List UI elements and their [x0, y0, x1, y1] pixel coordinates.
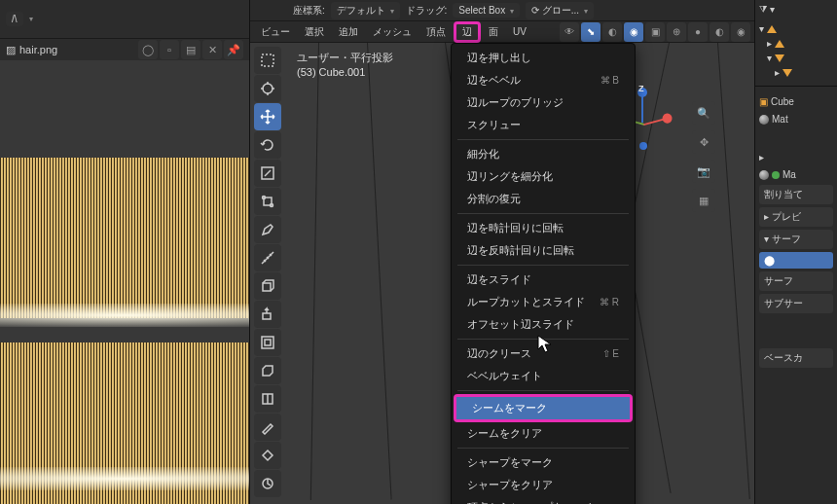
- assign-button[interactable]: 割り当て: [759, 185, 833, 204]
- outliner-row: ▸: [759, 65, 833, 80]
- xray-icon[interactable]: ▣: [645, 22, 665, 42]
- menu-item-g2-1[interactable]: 辺リングを細分化: [452, 165, 635, 188]
- add-cube-tool[interactable]: [254, 272, 281, 300]
- scale-tool[interactable]: [254, 160, 281, 187]
- move-view-icon[interactable]: ✥: [692, 130, 715, 154]
- menu-mesh[interactable]: メッシュ: [366, 22, 418, 42]
- extrude-tool[interactable]: [254, 301, 281, 328]
- zoom-icon[interactable]: 🔍: [692, 101, 715, 125]
- uv-image-area[interactable]: [0, 60, 249, 504]
- snap-icon[interactable]: ⬊: [581, 22, 600, 42]
- pin-icon[interactable]: 📌: [224, 40, 243, 59]
- knife-tool[interactable]: [254, 414, 281, 441]
- menu-item-g7-0[interactable]: シャープをマーク: [452, 451, 635, 474]
- inset-tool[interactable]: [254, 329, 281, 356]
- menu-item-g1-2[interactable]: 辺ループのブリッジ: [452, 91, 635, 114]
- menu-item-g7-1[interactable]: シャープをクリア: [452, 474, 635, 496]
- menu-item-g2-0[interactable]: 細分化: [452, 143, 635, 165]
- move-tool[interactable]: [254, 103, 281, 130]
- projection-label: ユーザー・平行投影: [297, 51, 393, 65]
- drag-dropdown[interactable]: Select Box ▾: [453, 3, 520, 18]
- menu-edge[interactable]: 辺: [454, 21, 481, 43]
- surface-panel-2[interactable]: サーフ: [759, 271, 833, 291]
- menu-item-g4-0[interactable]: 辺をスライド: [452, 269, 635, 291]
- use-nodes-icon: [772, 171, 780, 179]
- toolbar: [254, 47, 281, 497]
- menu-item-g1-1[interactable]: 辺をベベル⌘ B: [452, 69, 635, 91]
- material-slot[interactable]: Mat: [759, 112, 833, 126]
- outliner-header: ⧩ ▾: [755, 0, 837, 19]
- datablock-icon[interactable]: ▫: [160, 40, 179, 59]
- svg-rect-0: [262, 54, 273, 66]
- menu-item-g6-0[interactable]: シームをマーク: [456, 397, 630, 419]
- surface-shader[interactable]: ⬤: [759, 252, 833, 269]
- subsurface[interactable]: サブサー: [759, 294, 833, 313]
- right-panel: ⧩ ▾ ▾ ▸ ▾ ▸ ▣Cube Mat ▸ Ma 割り当て ▸ プレビ ▾ …: [754, 0, 837, 504]
- coord-dropdown[interactable]: デフォルト ▾: [331, 2, 400, 19]
- wire-shading-icon[interactable]: ⊕: [667, 22, 686, 42]
- solid-shading-icon[interactable]: ●: [688, 22, 708, 42]
- drag-label: ドラッグ:: [406, 4, 448, 18]
- material-link[interactable]: ▸: [759, 150, 833, 164]
- camera-view-icon[interactable]: 📷: [692, 160, 715, 183]
- menu-item-g3-1[interactable]: 辺を反時計回りに回転: [452, 239, 635, 262]
- menu-uv[interactable]: UV: [506, 23, 533, 40]
- image-name[interactable]: hair.png: [19, 44, 57, 55]
- overlay-icon[interactable]: ◉: [624, 22, 643, 42]
- outliner[interactable]: ▾ ▸ ▾ ▸: [755, 19, 837, 82]
- menu-item-g5-0[interactable]: 辺のクリース⇧ E: [452, 342, 635, 365]
- spin-tool[interactable]: [254, 470, 281, 497]
- measure-tool[interactable]: [254, 244, 281, 271]
- topbar: 座標系: デフォルト ▾ ドラッグ: Select Box ▾ ⟳ グロー...…: [250, 0, 754, 21]
- close-icon[interactable]: ✕: [202, 40, 222, 59]
- annotate-tool[interactable]: [254, 216, 281, 243]
- overlay-visibility-icon[interactable]: 👁: [560, 22, 579, 42]
- menu-item-g6-1[interactable]: シームをクリア: [452, 422, 635, 445]
- uv-subheader: ▨ hair.png ◯ ▫ ▤ ✕ 📌: [0, 39, 249, 60]
- render-shading-icon[interactable]: ◉: [731, 22, 750, 42]
- filter-icon[interactable]: ⧩: [759, 4, 767, 16]
- cursor-tool[interactable]: [254, 75, 281, 102]
- menu-item-g3-0[interactable]: 辺を時計回りに回転: [452, 217, 635, 239]
- polybuild-tool[interactable]: [254, 442, 281, 469]
- menu-item-g1-3[interactable]: スクリュー: [452, 114, 635, 136]
- menu-item-g1-0[interactable]: 辺を押し出し: [452, 47, 635, 69]
- axis-z-label: Z: [638, 84, 644, 93]
- bevel-tool[interactable]: [254, 357, 281, 384]
- menu-item-g4-2[interactable]: オフセット辺スライド: [452, 313, 635, 336]
- svg-rect-6: [263, 283, 271, 291]
- folder-icon[interactable]: ▤: [181, 40, 200, 59]
- object-info-label: (53) Cube.001: [297, 65, 393, 80]
- gizmo-icon[interactable]: ◐: [602, 22, 622, 42]
- menu-vertex[interactable]: 頂点: [419, 22, 453, 42]
- menu-view[interactable]: ビュー: [254, 22, 297, 42]
- material-name[interactable]: Ma: [759, 167, 833, 182]
- search-mode[interactable]: /\: [6, 12, 23, 26]
- menu-item-g7-2[interactable]: 頂点からシャープをマーク: [452, 496, 635, 504]
- menu-add[interactable]: 追加: [332, 22, 365, 42]
- surface-panel-1[interactable]: ▾ サーフ: [759, 230, 833, 249]
- orient-dropdown[interactable]: ⟳ グロー... ▾: [526, 2, 594, 19]
- loopcut-tool[interactable]: [254, 385, 281, 413]
- transform-tool[interactable]: [254, 188, 281, 215]
- preview-panel[interactable]: ▸ プレビ: [759, 207, 833, 227]
- menu-item-g2-2[interactable]: 分割の復元: [452, 188, 635, 210]
- select-tool[interactable]: [254, 47, 281, 74]
- viewport-overlay-info: ユーザー・平行投影 (53) Cube.001: [297, 51, 393, 80]
- menu-select[interactable]: 選択: [298, 22, 331, 42]
- menu-item-g5-1[interactable]: ベベルウェイト: [452, 365, 635, 387]
- base-color[interactable]: ベースカ: [759, 348, 833, 368]
- uv-editor: /\ ▾ ▨ hair.png ◯ ▫ ▤ ✕ 📌: [0, 0, 250, 504]
- svg-rect-9: [265, 340, 271, 345]
- menu-item-g4-1[interactable]: ループカットとスライド⌘ R: [452, 291, 635, 313]
- menu-face[interactable]: 面: [482, 22, 505, 42]
- image-icon: ▨: [6, 44, 16, 56]
- uv-header: /\ ▾: [0, 0, 249, 39]
- persp-ortho-icon[interactable]: ▦: [692, 189, 715, 212]
- svg-rect-7: [263, 313, 271, 319]
- outliner-row: ▸: [759, 36, 833, 51]
- new-collection-icon[interactable]: ▾: [770, 4, 775, 16]
- rotate-tool[interactable]: [254, 131, 281, 159]
- fake-user-icon[interactable]: ◯: [138, 40, 158, 59]
- matprev-shading-icon[interactable]: ◐: [710, 22, 729, 42]
